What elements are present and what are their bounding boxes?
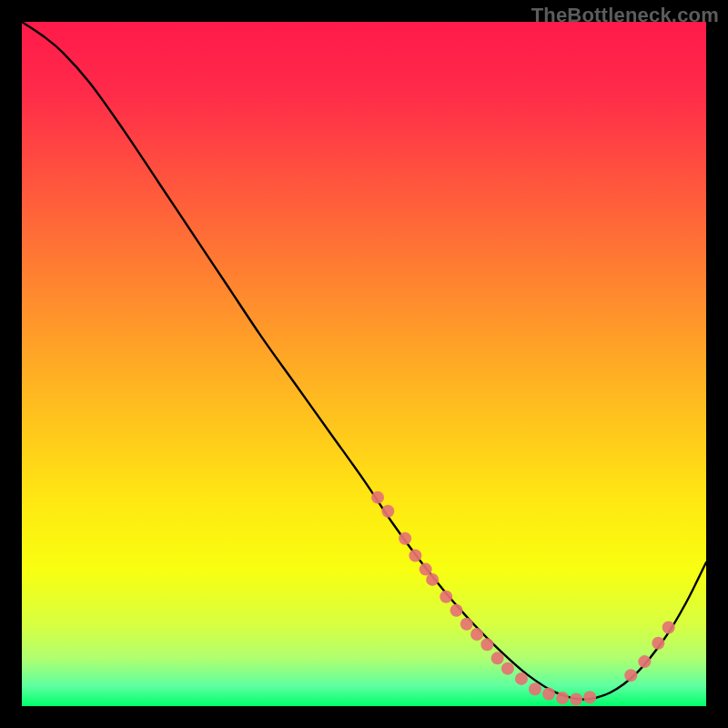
scatter-point (542, 687, 555, 700)
scatter-point (501, 662, 514, 675)
scatter-point (470, 628, 483, 641)
scatter-point (491, 652, 504, 664)
scatter-point (529, 682, 541, 695)
scatter-point (480, 638, 493, 651)
scatter-point (556, 692, 569, 704)
scatter-point (440, 591, 452, 603)
scatter-point (399, 532, 411, 545)
chart-overlay (22, 22, 706, 706)
scatter-point (450, 604, 463, 617)
scatter-point (460, 618, 473, 631)
bottleneck-curve (22, 22, 706, 699)
scatter-point (570, 693, 582, 705)
scatter-points (371, 491, 675, 706)
scatter-point (515, 672, 528, 685)
scatter-point (371, 491, 384, 504)
scatter-point (409, 550, 421, 562)
scatter-point (662, 622, 675, 634)
scatter-point (583, 691, 596, 703)
scatter-point (652, 637, 664, 650)
scatter-point (624, 669, 637, 682)
scatter-point (381, 505, 394, 518)
scatter-point (426, 573, 439, 586)
scatter-point (638, 655, 651, 668)
